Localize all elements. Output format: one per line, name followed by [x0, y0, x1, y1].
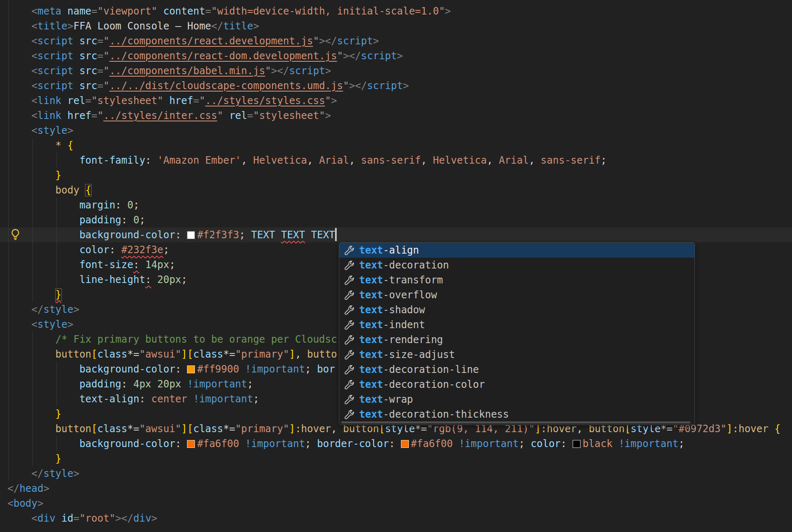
- code-token: :hover: [295, 423, 331, 435]
- code-token: [7, 80, 32, 92]
- code-token: [453, 438, 459, 450]
- code-token: [: [187, 348, 193, 360]
- code-token: <: [32, 80, 37, 92]
- code-token: >: [73, 468, 79, 479]
- code-token: [7, 95, 32, 106]
- code-token: <: [32, 35, 37, 47]
- code-token: script: [337, 35, 373, 47]
- code-token: <: [32, 513, 37, 524]
- code-token: [7, 20, 32, 32]
- code-token: charset: [68, 0, 109, 2]
- suggest-item-text-shadow[interactable]: text-shadow: [339, 302, 695, 317]
- code-token: >: [115, 513, 121, 524]
- color-swatch[interactable]: [401, 440, 409, 448]
- suggest-item-text-indent[interactable]: text-indent: [339, 317, 695, 332]
- wrench-icon: [345, 335, 355, 345]
- code-token: TEXT: [305, 229, 335, 241]
- code-token: "stylesheet": [91, 95, 163, 106]
- code-token: TEXT: [281, 229, 305, 241]
- code-token: </: [355, 80, 367, 92]
- code-line: <body>: [7, 496, 792, 511]
- code-token: rel: [68, 95, 85, 106]
- code-token: padding: [79, 378, 121, 390]
- code-token: script: [37, 50, 73, 62]
- suggest-item-text-rendering[interactable]: text-rendering: [339, 332, 695, 347]
- color-swatch[interactable]: [573, 440, 581, 448]
- code-token: *=: [127, 423, 139, 435]
- code-token: ;: [247, 378, 253, 390]
- lightbulb-icon[interactable]: [9, 228, 22, 241]
- code-token: [7, 214, 79, 226]
- suggest-item-label: text-size-adjust: [359, 347, 455, 362]
- code-token: >: [73, 304, 79, 315]
- code-token: [7, 65, 32, 77]
- code-token: [7, 50, 32, 62]
- suggest-item-text-decoration-thickness[interactable]: text-decoration-thickness: [339, 407, 695, 422]
- code-token: div: [133, 513, 151, 524]
- code-token: style: [44, 304, 73, 315]
- code-token: [7, 319, 32, 330]
- code-token: <: [32, 319, 37, 330]
- code-line: <link href="../styles/inter.css" rel="st…: [7, 108, 792, 123]
- code-token: color: [79, 244, 109, 256]
- code-token: [73, 65, 79, 77]
- code-token: }: [56, 169, 61, 181]
- code-token: class: [97, 423, 127, 435]
- suggest-match-text: text: [359, 244, 383, 256]
- code-token: !important: [245, 438, 305, 450]
- code-line: <script src="../components/babel.min.js"…: [7, 63, 792, 78]
- code-token: [151, 274, 157, 285]
- code-token: ;: [253, 393, 259, 405]
- code-token: ": [103, 35, 109, 47]
- code-token: ;: [239, 229, 251, 241]
- code-token: 0: [127, 199, 133, 211]
- code-token: butto: [307, 348, 337, 360]
- suggest-item-text-align[interactable]: text-align: [339, 243, 695, 258]
- suggest-match-text: text: [359, 379, 383, 390]
- code-token: =: [97, 35, 103, 47]
- code-token: =: [109, 0, 115, 2]
- code-token: [7, 140, 56, 151]
- code-token: FFA Loom Console – Home: [73, 20, 211, 32]
- suggest-rest-text: -align: [383, 244, 419, 256]
- suggest-item-text-overflow[interactable]: text-overflow: [339, 288, 695, 302]
- code-line: <meta name="viewport" content="width=dev…: [7, 4, 792, 19]
- code-token: ../styles/styles.css: [205, 95, 325, 106]
- code-token: [7, 155, 79, 166]
- suggest-item-text-decoration[interactable]: text-decoration: [339, 258, 695, 273]
- code-token: [7, 513, 32, 524]
- code-token: [61, 5, 67, 17]
- code-token: [56, 513, 61, 524]
- color-swatch[interactable]: [187, 440, 195, 448]
- code-token: =: [85, 95, 91, 106]
- color-swatch[interactable]: [187, 231, 195, 239]
- code-token: >: [445, 5, 451, 17]
- code-token: "root": [79, 513, 115, 524]
- suggest-item-text-decoration-color[interactable]: text-decoration-color: [339, 377, 695, 392]
- code-token: {: [775, 423, 780, 435]
- code-token: [7, 363, 79, 375]
- code-token: </: [121, 513, 134, 524]
- code-line: <title>FFA Loom Console – Home</title>: [7, 19, 792, 34]
- suggest-scrollbar[interactable]: [341, 421, 690, 423]
- code-token: [7, 453, 56, 464]
- code-token: :: [145, 155, 157, 166]
- suggest-item-text-decoration-line[interactable]: text-decoration-line: [339, 362, 695, 377]
- suggest-item-text-wrap[interactable]: text-wrap: [339, 392, 695, 407]
- code-token: ": [313, 35, 319, 47]
- code-token: [7, 438, 79, 450]
- code-token: color: [531, 438, 561, 450]
- code-token: "width=device-width, initial-scale=1.0": [211, 5, 445, 17]
- code-token: div: [37, 513, 55, 524]
- code-token: [7, 289, 56, 300]
- code-line: <script src="../components/react.develop…: [7, 34, 792, 48]
- suggest-item-text-transform[interactable]: text-transform: [339, 273, 695, 288]
- color-swatch[interactable]: [187, 365, 195, 373]
- code-token: 4px: [133, 378, 151, 390]
- suggest-item-text-size-adjust[interactable]: text-size-adjust: [339, 347, 695, 362]
- code-token: sans-serif: [541, 155, 601, 166]
- code-token: 'Amazon Ember': [157, 155, 241, 166]
- suggest-match-text: text: [359, 334, 383, 346]
- code-token: ": [343, 80, 349, 92]
- code-token: class: [193, 423, 223, 435]
